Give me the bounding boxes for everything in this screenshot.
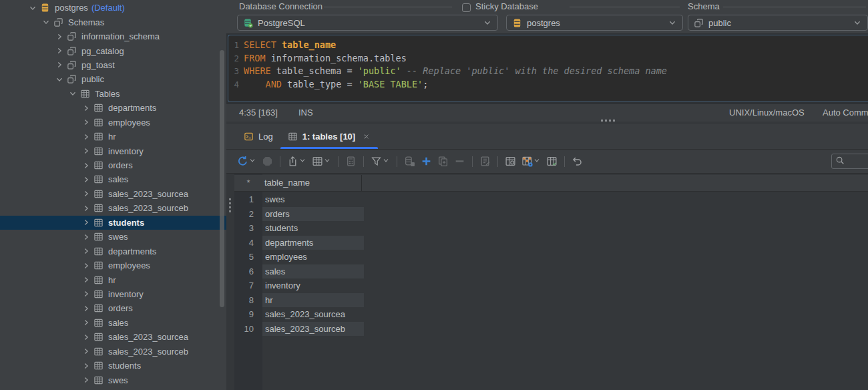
tree-item-pg_toast[interactable]: pg_toast <box>0 58 226 72</box>
chevron-down-icon[interactable] <box>298 156 306 166</box>
tree-item-orders[interactable]: orders <box>0 158 226 172</box>
tree-item-inventory[interactable]: inventory <box>0 287 226 301</box>
auto-commit-indicator[interactable]: Auto Comm <box>823 108 868 118</box>
tree-item-sales_2023_sourceb[interactable]: sales_2023_sourceb <box>0 201 226 215</box>
add-row-icon[interactable] <box>419 154 434 170</box>
submit-icon[interactable] <box>402 154 417 170</box>
chevron-down-icon[interactable] <box>55 75 64 84</box>
tree-item-inventory[interactable]: inventory <box>0 144 226 158</box>
chevron-down-icon[interactable] <box>248 156 256 166</box>
row-number[interactable]: 3 <box>234 221 262 236</box>
schema-dropdown[interactable]: public <box>688 15 868 31</box>
tree-item-information_schema[interactable]: information_schema <box>0 29 226 43</box>
tree-item-swes[interactable]: swes <box>0 230 226 244</box>
chevron-right-icon[interactable] <box>55 46 64 55</box>
tree-item-employees[interactable]: employees <box>0 116 226 130</box>
tree-item-departments[interactable]: departments <box>0 101 226 115</box>
chevron-right-icon[interactable] <box>81 132 91 142</box>
delete-row-icon[interactable] <box>452 154 467 170</box>
row-number[interactable]: 2 <box>234 207 262 222</box>
cell-table-name[interactable]: orders <box>262 207 364 222</box>
duplicate-row-icon[interactable] <box>435 154 451 170</box>
export-data-icon[interactable] <box>285 154 308 170</box>
chevron-right-icon[interactable] <box>55 32 64 41</box>
table-row[interactable]: 4departments <box>234 236 868 250</box>
cell-table-name[interactable]: sales_2023_sourcea <box>262 307 364 322</box>
cell-table-name[interactable]: employees <box>262 250 364 264</box>
tree-item-sales_2023_sourcea[interactable]: sales_2023_sourcea <box>0 330 226 344</box>
results-splitter-handle[interactable] <box>601 120 615 122</box>
chevron-right-icon[interactable] <box>81 232 91 242</box>
chevron-down-icon[interactable] <box>68 89 77 98</box>
row-number[interactable]: 5 <box>234 250 262 264</box>
chevron-right-icon[interactable] <box>55 60 64 69</box>
insert-mode-indicator[interactable]: INS <box>298 108 313 118</box>
chevron-right-icon[interactable] <box>81 261 91 270</box>
tree-item-Schemas[interactable]: Schemas <box>0 15 226 29</box>
code-line[interactable]: 1SELECT table_name <box>228 39 868 52</box>
tree-item-swes[interactable]: swes <box>0 373 226 387</box>
grid-search-box[interactable] <box>831 154 868 169</box>
table-row[interactable]: 3students <box>234 221 868 236</box>
tree-item-sales_2023_sourceb[interactable]: sales_2023_sourceb <box>0 345 226 359</box>
stop-icon[interactable] <box>260 154 275 170</box>
tree-item-Tables[interactable]: Tables <box>0 87 226 101</box>
connection-dropdown[interactable]: PostgreSQL <box>237 15 498 31</box>
chevron-down-icon[interactable] <box>323 156 331 166</box>
chevron-down-icon[interactable] <box>41 17 51 27</box>
chevron-right-icon[interactable] <box>81 118 91 127</box>
transpose-icon[interactable] <box>544 154 560 170</box>
chevron-right-icon[interactable] <box>81 318 91 327</box>
filter-icon[interactable] <box>369 154 392 170</box>
cell-table-name[interactable]: swes <box>262 192 364 207</box>
chevron-right-icon[interactable] <box>81 289 91 299</box>
line-separator-indicator[interactable]: UNIX/Linux/macOS <box>729 108 805 118</box>
chevron-down-icon[interactable] <box>28 3 37 13</box>
tree-item-hr[interactable]: hr <box>0 272 226 286</box>
grid-search-input[interactable] <box>847 156 868 167</box>
cell-table-name[interactable]: departments <box>262 236 364 250</box>
chevron-right-icon[interactable] <box>81 218 91 227</box>
cell-table-name[interactable]: students <box>262 221 364 236</box>
table-row[interactable]: 5employees <box>234 250 868 264</box>
table-settings-icon[interactable] <box>519 154 543 170</box>
tree-item-departments[interactable]: departments <box>0 244 226 258</box>
tree-splitter-handle[interactable] <box>229 198 231 212</box>
chevron-right-icon[interactable] <box>81 175 91 184</box>
row-number[interactable]: 6 <box>234 264 262 279</box>
chevron-right-icon[interactable] <box>81 304 91 313</box>
table-row[interactable]: 9sales_2023_sourcea <box>234 307 868 322</box>
chevron-right-icon[interactable] <box>81 375 91 385</box>
row-number[interactable]: 7 <box>234 278 262 293</box>
tree-item-students[interactable]: students <box>0 359 226 373</box>
chevron-right-icon[interactable] <box>81 347 91 356</box>
table-row[interactable]: 8hr <box>234 293 868 308</box>
table-row[interactable]: 10sales_2023_sourceb <box>234 322 868 337</box>
row-number[interactable]: 10 <box>234 322 262 337</box>
code-line[interactable]: 4 AND table_type = 'BASE TABLE'; <box>228 78 868 91</box>
tree-item-sales[interactable]: sales <box>0 316 226 330</box>
undo-icon[interactable] <box>570 154 585 170</box>
cell-table-name[interactable]: inventory <box>262 278 364 293</box>
chevron-right-icon[interactable] <box>81 246 91 256</box>
tree-item-hr[interactable]: hr <box>0 130 226 144</box>
code-line[interactable]: 2FROM information_schema.tables <box>228 52 868 65</box>
caret-position-indicator[interactable]: 4:35 [163] <box>239 108 278 118</box>
tree-item-employees[interactable]: employees <box>0 258 226 272</box>
chevron-right-icon[interactable] <box>81 161 91 170</box>
chevron-right-icon[interactable] <box>81 104 91 113</box>
tree-item-orders[interactable]: orders <box>0 301 226 315</box>
cell-table-name[interactable]: sales_2023_sourceb <box>262 322 364 337</box>
tree-item-postgres[interactable]: postgres(Default) <box>0 1 226 15</box>
close-icon[interactable] <box>362 132 371 141</box>
chevron-right-icon[interactable] <box>81 275 91 284</box>
chevron-down-icon[interactable] <box>382 156 390 166</box>
refresh-icon[interactable] <box>235 154 258 170</box>
revert-icon[interactable] <box>477 154 493 170</box>
database-dropdown[interactable]: postgres <box>506 15 683 31</box>
chevron-right-icon[interactable] <box>81 361 91 371</box>
chevron-right-icon[interactable] <box>81 204 91 213</box>
compare-icon[interactable] <box>503 154 518 170</box>
sticky-database-checkbox[interactable] <box>462 3 471 12</box>
chevron-right-icon[interactable] <box>81 146 91 156</box>
